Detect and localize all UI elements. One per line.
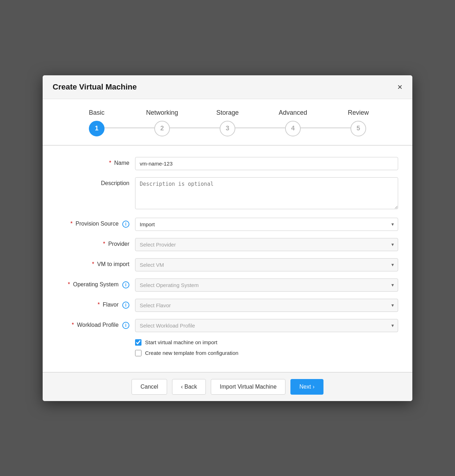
vm-import-select-wrapper: Select VM ▾ bbox=[135, 258, 398, 271]
provision-source-select-wrapper: Import URL PXE Container Disk Image ▾ bbox=[135, 218, 398, 231]
provider-select[interactable]: Select Provider bbox=[135, 238, 398, 251]
flavor-select[interactable]: Select Flavor bbox=[135, 299, 398, 312]
provision-source-info-icon[interactable]: i bbox=[122, 221, 129, 228]
step-advanced[interactable]: Advanced 4 bbox=[260, 109, 326, 136]
flavor-control: Select Flavor ▾ bbox=[135, 299, 398, 312]
provider-select-wrapper: Select Provider ▾ bbox=[135, 238, 398, 251]
next-button[interactable]: Next › bbox=[290, 379, 323, 395]
steps-container: Basic 1 Networking 2 Storage 3 Advanced … bbox=[43, 99, 412, 146]
create-vm-modal: Create Virtual Machine × Basic 1 Network… bbox=[43, 75, 412, 401]
step-connector-3 bbox=[228, 128, 293, 128]
provider-row: * Provider Select Provider ▾ bbox=[57, 238, 398, 251]
step-storage[interactable]: Storage 3 bbox=[195, 109, 260, 136]
start-vm-checkbox-row: Start virtual machine on import bbox=[135, 339, 398, 346]
name-required-star: * bbox=[109, 160, 111, 166]
start-vm-checkbox[interactable] bbox=[135, 339, 141, 346]
step-storage-circle: 3 bbox=[220, 121, 235, 136]
os-select[interactable]: Select Operating System bbox=[135, 278, 398, 292]
import-vm-button[interactable]: Import Virtual Machine bbox=[211, 379, 285, 395]
vm-import-row: * VM to import Select VM ▾ bbox=[57, 258, 398, 271]
step-basic[interactable]: Basic 1 bbox=[64, 109, 129, 136]
os-info-icon[interactable]: i bbox=[122, 281, 129, 288]
step-basic-label: Basic bbox=[89, 109, 105, 117]
os-control: Select Operating System ▾ bbox=[135, 278, 398, 292]
step-networking[interactable]: Networking 2 bbox=[129, 109, 195, 136]
os-required-star: * bbox=[68, 281, 70, 287]
close-button[interactable]: × bbox=[397, 83, 402, 91]
step-networking-circle: 2 bbox=[154, 121, 170, 136]
vm-import-select[interactable]: Select VM bbox=[135, 258, 398, 271]
step-networking-label: Networking bbox=[146, 109, 178, 117]
modal-header: Create Virtual Machine × bbox=[43, 75, 412, 99]
provision-source-select[interactable]: Import URL PXE Container Disk Image bbox=[135, 218, 398, 231]
workload-info-icon[interactable]: i bbox=[122, 322, 129, 329]
os-row: * Operating System i Select Operating Sy… bbox=[57, 278, 398, 292]
vm-import-required-star: * bbox=[92, 261, 94, 267]
name-control bbox=[135, 157, 398, 170]
workload-row: * Workload Profile i Select Workload Pro… bbox=[57, 319, 398, 332]
workload-label: * Workload Profile i bbox=[57, 319, 135, 329]
cancel-button[interactable]: Cancel bbox=[132, 379, 167, 395]
os-label: * Operating System i bbox=[57, 278, 135, 288]
description-row: Description bbox=[57, 177, 398, 211]
step-connector-1 bbox=[97, 128, 162, 128]
provision-source-label: * Provision Source i bbox=[57, 218, 135, 228]
vm-import-control: Select VM ▾ bbox=[135, 258, 398, 271]
name-input[interactable] bbox=[135, 157, 398, 170]
step-connector-2 bbox=[162, 128, 228, 128]
step-connector-4 bbox=[293, 128, 358, 128]
provision-source-row: * Provision Source i Import URL PXE Cont… bbox=[57, 218, 398, 231]
modal-footer: Cancel ‹ Back Import Virtual Machine Nex… bbox=[43, 372, 412, 401]
step-advanced-circle: 4 bbox=[285, 121, 301, 136]
workload-control: Select Workload Profile ▾ bbox=[135, 319, 398, 332]
provision-required-star: * bbox=[70, 221, 73, 227]
step-review-circle: 5 bbox=[350, 121, 366, 136]
create-template-checkbox-row: Create new template from configuration bbox=[135, 350, 398, 356]
flavor-info-icon[interactable]: i bbox=[122, 302, 129, 309]
step-advanced-label: Advanced bbox=[279, 109, 307, 117]
flavor-row: * Flavor i Select Flavor ▾ bbox=[57, 299, 398, 312]
provider-label: * Provider bbox=[57, 238, 135, 247]
workload-required-star: * bbox=[72, 322, 74, 328]
modal-title: Create Virtual Machine bbox=[53, 82, 137, 92]
flavor-required-star: * bbox=[97, 302, 100, 308]
step-review[interactable]: Review 5 bbox=[326, 109, 391, 136]
provider-required-star: * bbox=[103, 241, 105, 247]
description-input[interactable] bbox=[135, 177, 398, 209]
provision-source-control: Import URL PXE Container Disk Image ▾ bbox=[135, 218, 398, 231]
step-storage-label: Storage bbox=[216, 109, 239, 117]
provider-control: Select Provider ▾ bbox=[135, 238, 398, 251]
workload-select-wrapper: Select Workload Profile ▾ bbox=[135, 319, 398, 332]
create-template-checkbox[interactable] bbox=[135, 350, 141, 356]
flavor-select-wrapper: Select Flavor ▾ bbox=[135, 299, 398, 312]
name-label: * Name bbox=[57, 157, 135, 166]
flavor-label: * Flavor i bbox=[57, 299, 135, 309]
create-template-label: Create new template from configuration bbox=[145, 350, 239, 356]
form-body: * Name Description * Provision Source i bbox=[43, 146, 412, 372]
start-vm-label: Start virtual machine on import bbox=[145, 339, 217, 345]
workload-select[interactable]: Select Workload Profile bbox=[135, 319, 398, 332]
checkbox-section: Start virtual machine on import Create n… bbox=[135, 339, 398, 356]
description-control bbox=[135, 177, 398, 211]
step-basic-circle: 1 bbox=[89, 121, 105, 136]
name-row: * Name bbox=[57, 157, 398, 170]
step-review-label: Review bbox=[348, 109, 369, 117]
back-button[interactable]: ‹ Back bbox=[172, 379, 206, 395]
os-select-wrapper: Select Operating System ▾ bbox=[135, 278, 398, 292]
description-label: Description bbox=[57, 177, 135, 186]
vm-import-label: * VM to import bbox=[57, 258, 135, 267]
steps-row: Basic 1 Networking 2 Storage 3 Advanced … bbox=[64, 109, 391, 136]
